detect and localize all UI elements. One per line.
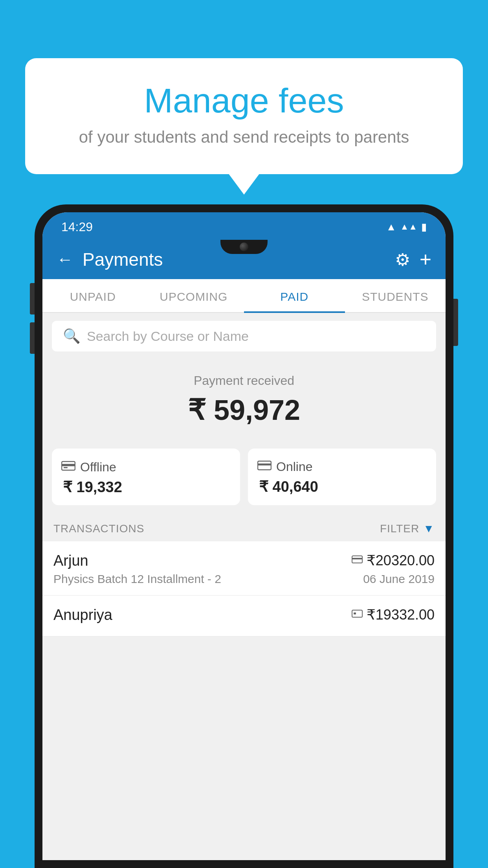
phone-notch [220,240,268,254]
tab-unpaid[interactable]: UNPAID [42,279,143,312]
svg-rect-2 [64,467,68,468]
status-icons: ▲ ▲▲ ▮ [386,221,427,233]
payment-received-amount: ₹ 59,972 [52,394,436,427]
online-label: Online [276,460,313,474]
payment-received-label: Payment received [52,373,436,388]
online-payment-card: Online ₹ 40,640 [248,449,436,505]
transaction-amount: ₹19332.00 [367,607,435,623]
transactions-label: TRANSACTIONS [53,522,144,535]
search-icon: 🔍 [63,328,81,344]
wifi-icon: ▲ [386,221,396,233]
filter-label: FILTER [380,522,419,535]
search-bar[interactable]: 🔍 Search by Course or Name [52,321,436,351]
transactions-list: Arjun ₹20320.00 Physics [42,541,446,636]
offline-icon [61,460,75,474]
svg-rect-8 [354,612,356,614]
online-icon [257,460,272,474]
search-container: 🔍 Search by Course or Name [42,313,446,359]
transaction-amount: ₹20320.00 [367,552,435,569]
table-row[interactable]: Arjun ₹20320.00 Physics [42,541,446,596]
offline-amount: ₹ 19,332 [61,478,231,496]
settings-icon[interactable]: ⚙ [395,250,410,270]
payment-cards: Offline ₹ 19,332 Online [42,449,446,515]
tab-students[interactable]: STUDENTS [345,279,446,312]
speech-bubble: Manage fees of your students and send re… [25,58,463,174]
payment-type-icon [352,554,363,567]
table-row[interactable]: Anupriya ₹19332.00 [42,596,446,636]
phone-frame: 14:29 ▲ ▲▲ ▮ ← Payments ⚙ + UNPAID UPC [35,204,453,868]
filter-button[interactable]: FILTER ▼ [380,522,435,535]
offline-payment-card: Offline ₹ 19,332 [52,449,240,505]
camera [240,243,248,251]
offline-label: Offline [80,460,116,474]
signal-icon: ▲▲ [400,222,417,232]
speech-bubble-title: Manage fees [57,82,431,120]
add-icon[interactable]: + [420,248,431,271]
transaction-amount-wrapper: ₹20320.00 [352,552,435,569]
transaction-course: Physics Batch 12 Installment - 2 [53,572,221,586]
power-button [453,299,458,346]
tabs: UNPAID UPCOMING PAID STUDENTS [42,279,446,313]
speech-bubble-subtitle: of your students and send receipts to pa… [57,128,431,147]
payment-received-section: Payment received ₹ 59,972 [42,359,446,449]
status-time: 14:29 [61,220,93,234]
svg-rect-7 [352,610,362,617]
transaction-name: Arjun [53,552,88,569]
back-button[interactable]: ← [57,250,73,269]
payment-type-icon [352,608,363,622]
volume-down-button [30,322,35,354]
battery-icon: ▮ [421,221,427,233]
tab-upcoming[interactable]: UPCOMING [143,279,244,312]
status-bar: 14:29 ▲ ▲▲ ▮ [42,212,446,240]
tab-paid[interactable]: PAID [244,279,345,312]
transactions-header: TRANSACTIONS FILTER ▼ [42,515,446,541]
transaction-date: 06 June 2019 [363,572,435,586]
transaction-name: Anupriya [53,607,112,623]
search-input[interactable]: Search by Course or Name [87,329,249,344]
volume-up-button [30,283,35,314]
svg-rect-1 [62,464,75,466]
svg-rect-6 [352,558,362,559]
svg-rect-4 [258,463,271,465]
filter-icon: ▼ [423,522,435,535]
online-amount: ₹ 40,640 [257,478,427,495]
transaction-amount-wrapper: ₹19332.00 [352,607,435,623]
